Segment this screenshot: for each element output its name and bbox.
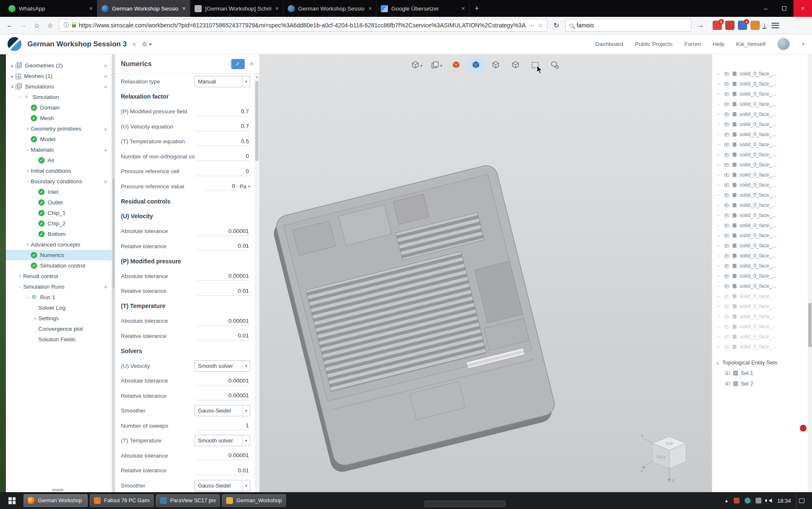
tree-item-chip-1[interactable]: ✓Chip_1 bbox=[6, 208, 112, 218]
browser-tab[interactable]: German Workshop Session 3 -× bbox=[283, 0, 377, 17]
tray-network-icon[interactable] bbox=[756, 498, 761, 504]
tree-item-boundary-conditions[interactable]: −Boundary conditions+ bbox=[6, 176, 112, 187]
input-absolute-tolerance[interactable]: 0.00001 bbox=[195, 451, 250, 460]
tree-item-numerics[interactable]: ✓Numerics bbox=[6, 250, 112, 260]
tree-item-initial-conditions[interactable]: +Initial conditions bbox=[6, 166, 112, 176]
input-p-modified-pressure-field[interactable]: 0.7 bbox=[195, 107, 250, 116]
input-absolute-tolerance[interactable]: 0.00001 bbox=[195, 316, 250, 326]
face-row[interactable]: –solid_0_face_... bbox=[712, 160, 808, 170]
tray-app-red-icon[interactable] bbox=[734, 498, 740, 504]
search-go-icon[interactable]: → bbox=[694, 19, 707, 32]
tree-item-chip-2[interactable]: ✓Chip_2 bbox=[6, 218, 112, 229]
collapse-icon[interactable]: ▴ bbox=[716, 360, 719, 365]
tree-item-domain[interactable]: ✓Domain bbox=[6, 102, 112, 113]
input-relative-tolerance[interactable]: 0.01 bbox=[195, 466, 250, 475]
bookmark-star-icon[interactable]: ☆ bbox=[44, 19, 56, 32]
tree-item-geometries-2[interactable]: ▸Geometries (2)+ bbox=[6, 60, 112, 71]
tree-item-convergence-plot[interactable]: Convergence plot bbox=[6, 324, 112, 334]
visibility-eye-icon[interactable] bbox=[724, 204, 729, 207]
tree-item-advanced-concepts[interactable]: +Advanced concepts bbox=[6, 239, 112, 250]
input-absolute-tolerance[interactable]: 0.00001 bbox=[195, 227, 250, 236]
select-t-temperature[interactable]: Smooth solver▾ bbox=[195, 435, 250, 446]
face-row[interactable]: –solid_0_face_... bbox=[712, 99, 808, 109]
tree-horizontal-scrollbar[interactable] bbox=[52, 489, 64, 491]
input-pressure-reference-value[interactable]: 0 bbox=[205, 182, 236, 191]
face-row[interactable]: –solid_0_face_... bbox=[712, 281, 808, 291]
extension-blue-icon[interactable]: 4 bbox=[738, 21, 747, 30]
visibility-eye-icon[interactable] bbox=[724, 224, 729, 228]
visibility-eye-icon[interactable] bbox=[724, 325, 729, 329]
visibility-eye-icon[interactable] bbox=[724, 113, 729, 116]
extension-orange-icon[interactable] bbox=[751, 21, 760, 30]
select-relaxation-type[interactable]: Manual▾ bbox=[195, 76, 250, 87]
visibility-eye-icon[interactable] bbox=[724, 254, 729, 258]
input-t-temperature-equation[interactable]: 0.5 bbox=[195, 137, 250, 146]
expander-icon[interactable]: + bbox=[24, 126, 31, 132]
expander-icon[interactable]: ▸ bbox=[9, 73, 16, 79]
face-row[interactable]: –solid_0_face_... bbox=[712, 200, 808, 210]
tree-item-run-1[interactable]: −⚙Run 1 bbox=[6, 292, 112, 303]
visibility-eye-icon[interactable] bbox=[724, 315, 729, 319]
expander-icon[interactable]: − bbox=[24, 147, 31, 153]
taskbar-button-german-workshop[interactable]: German_Workshop_... bbox=[222, 494, 286, 507]
expander-icon[interactable]: ▸ bbox=[9, 63, 16, 69]
face-row[interactable]: –solid_0_face_... bbox=[712, 301, 808, 311]
add-icon[interactable]: + bbox=[104, 126, 107, 132]
browser-tab[interactable]: [German Workshop] Schritt-fü× bbox=[190, 0, 283, 17]
visibility-eye-icon[interactable] bbox=[724, 72, 729, 76]
tree-item-outlet[interactable]: ✓Outlet bbox=[6, 197, 112, 208]
input-number-of-sweeps[interactable]: 1 bbox=[195, 421, 250, 430]
panel-close-icon[interactable]: × bbox=[250, 60, 254, 68]
new-tab-button[interactable]: + bbox=[470, 0, 484, 17]
expander-icon[interactable]: + bbox=[24, 168, 31, 174]
add-icon[interactable]: + bbox=[104, 147, 107, 153]
tab-close-icon[interactable]: × bbox=[275, 5, 280, 12]
visibility-eye-icon[interactable] bbox=[724, 295, 729, 298]
add-icon[interactable]: + bbox=[104, 62, 107, 69]
input-pressure-reference-cell[interactable]: 0 bbox=[195, 167, 250, 176]
tree-item-solution-fields[interactable]: Solution Fields bbox=[6, 334, 112, 345]
search-bar[interactable]: famois bbox=[565, 19, 692, 32]
url-text[interactable]: https://www.simscale.com/workbench/?pid=… bbox=[79, 22, 526, 29]
entity-set-set-2[interactable]: Set 2 bbox=[712, 378, 808, 389]
adblock-icon[interactable] bbox=[725, 21, 735, 30]
page-info-icon[interactable]: ⓘ bbox=[64, 21, 69, 29]
face-row[interactable]: –solid_0_face_... bbox=[712, 261, 808, 271]
tab-close-icon[interactable]: × bbox=[461, 5, 466, 12]
add-icon[interactable]: + bbox=[104, 178, 107, 185]
face-row[interactable]: –solid_0_face_... bbox=[712, 230, 808, 241]
visibility-eye-icon[interactable] bbox=[724, 234, 729, 238]
tree-item-simulation[interactable]: −≈Simulation bbox=[6, 92, 112, 102]
face-row[interactable]: –solid_0_face_... bbox=[712, 139, 808, 150]
face-row[interactable]: –solid_0_face_... bbox=[712, 119, 808, 129]
visibility-eye-icon[interactable] bbox=[724, 264, 729, 268]
tree-item-mesh[interactable]: ✓Mesh bbox=[6, 113, 112, 123]
face-row[interactable]: –solid_0_face_... bbox=[712, 220, 808, 230]
tree-item-settings[interactable]: +Settings bbox=[6, 313, 112, 324]
tray-expand-icon[interactable]: ▲ bbox=[724, 498, 729, 503]
visibility-eye-icon[interactable] bbox=[724, 183, 729, 187]
input-number-of-non-orthogonal-co[interactable]: 0 bbox=[195, 152, 250, 161]
face-row[interactable]: –solid_0_face_... bbox=[712, 180, 808, 190]
visibility-eye-icon[interactable] bbox=[724, 335, 729, 339]
page-scrollbar[interactable] bbox=[808, 54, 812, 492]
visibility-eye-icon[interactable] bbox=[725, 382, 730, 386]
face-row[interactable]: –solid_0_face_... bbox=[712, 271, 808, 281]
expander-icon[interactable]: + bbox=[17, 273, 23, 279]
header-link-help[interactable]: Help bbox=[713, 41, 724, 47]
visibility-eye-icon[interactable] bbox=[724, 305, 729, 308]
forward-icon[interactable]: → bbox=[17, 19, 29, 32]
face-row[interactable]: –solid_0_face_... bbox=[712, 311, 808, 321]
selection-settings-button[interactable] bbox=[547, 59, 563, 73]
face-row[interactable]: –solid_0_face_... bbox=[712, 170, 808, 180]
visibility-eye-icon[interactable] bbox=[725, 371, 730, 375]
tree-item-solver-log[interactable]: Solver Log bbox=[6, 303, 112, 313]
extension-red-icon[interactable]: 5 bbox=[713, 21, 722, 30]
input-relative-tolerance[interactable]: 0.01 bbox=[195, 287, 250, 296]
expander-icon[interactable]: − bbox=[17, 284, 23, 290]
tree-scrollbar-thumb[interactable] bbox=[112, 179, 115, 288]
face-row[interactable]: –solid_0_face_... bbox=[712, 342, 808, 352]
input-relative-tolerance[interactable]: 0.01 bbox=[195, 241, 250, 251]
visibility-eye-icon[interactable] bbox=[724, 153, 729, 157]
menu-icon[interactable] bbox=[772, 23, 779, 28]
